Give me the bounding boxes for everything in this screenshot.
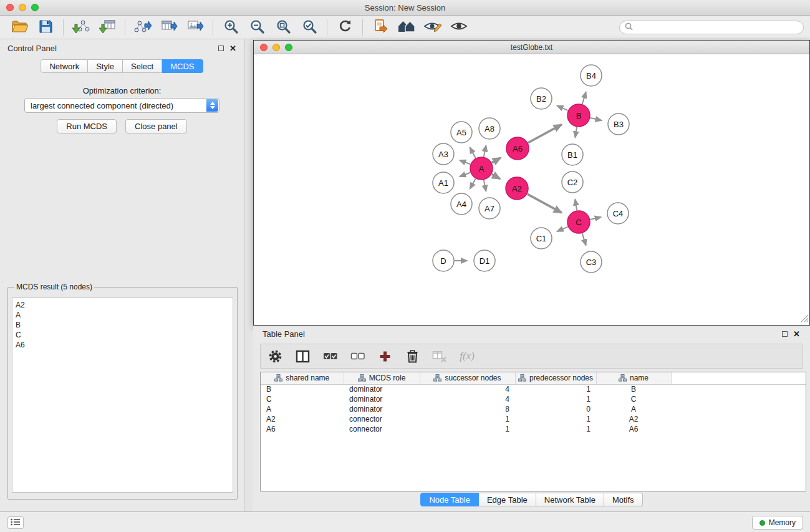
graph-node-B1[interactable]: B1 bbox=[562, 144, 583, 165]
graph-edge-A-A6[interactable] bbox=[492, 158, 501, 163]
export-table-button[interactable] bbox=[156, 18, 182, 37]
graph-node-C4[interactable]: C4 bbox=[607, 203, 629, 224]
table-tab-node-table[interactable]: Node Table bbox=[420, 493, 479, 506]
add-column-button[interactable] bbox=[377, 347, 393, 365]
graph-node-D[interactable]: D bbox=[433, 250, 454, 271]
graph-node-C3[interactable]: C3 bbox=[581, 251, 602, 273]
close-panel-button[interactable]: Close panel bbox=[125, 119, 187, 133]
table-close-icon[interactable]: ✕ bbox=[793, 331, 800, 337]
run-mcds-button[interactable]: Run MCDS bbox=[57, 119, 117, 133]
mcds-result-item[interactable]: A6 bbox=[16, 340, 229, 350]
select-all-button[interactable] bbox=[322, 347, 338, 365]
network-window-titlebar[interactable]: testGlobe.txt bbox=[254, 41, 809, 54]
zoom-selected-button[interactable] bbox=[296, 18, 322, 37]
home-button[interactable] bbox=[393, 18, 420, 37]
control-panel-tab-select[interactable]: Select bbox=[123, 59, 162, 73]
graph-edge-B-B2[interactable] bbox=[557, 106, 568, 111]
graph-node-B3[interactable]: B3 bbox=[608, 114, 629, 135]
table-row-B[interactable]: Bdominator41B bbox=[261, 384, 806, 394]
clipboard-document-button[interactable] bbox=[367, 18, 393, 37]
graph-node-A8[interactable]: A8 bbox=[479, 118, 500, 139]
graph-node-C2[interactable]: C2 bbox=[562, 172, 583, 193]
minimize-window-button[interactable] bbox=[19, 4, 26, 11]
graph-node-A[interactable]: A bbox=[470, 157, 493, 180]
control-panel-tab-network[interactable]: Network bbox=[41, 59, 88, 73]
column-chooser-button[interactable] bbox=[294, 347, 311, 365]
graph-edge-C-C4[interactable] bbox=[591, 217, 601, 220]
float-panel-icon[interactable] bbox=[218, 46, 224, 51]
graph-edge-A-A7[interactable] bbox=[484, 180, 486, 191]
graph-node-A4[interactable]: A4 bbox=[451, 193, 472, 215]
save-button[interactable] bbox=[32, 18, 59, 37]
graph-edge-A-A8[interactable] bbox=[484, 145, 486, 157]
graph-node-A2[interactable]: A2 bbox=[506, 177, 528, 200]
graph-edge-A-A3[interactable] bbox=[460, 160, 470, 164]
graph-node-A1[interactable]: A1 bbox=[433, 172, 454, 193]
graph-edge-A-A4[interactable] bbox=[470, 179, 476, 189]
search-field[interactable] bbox=[619, 21, 804, 34]
graph-edge-C-C2[interactable] bbox=[575, 200, 577, 211]
close-window-button[interactable] bbox=[6, 4, 14, 11]
graph-node-A7[interactable]: A7 bbox=[479, 198, 500, 219]
table-row-A2[interactable]: A2connector11A2 bbox=[261, 414, 806, 424]
graph-node-D1[interactable]: D1 bbox=[474, 250, 495, 271]
zoom-out-button[interactable] bbox=[244, 18, 270, 37]
mcds-result-item[interactable]: C bbox=[16, 330, 229, 340]
maximize-window-button[interactable] bbox=[31, 4, 39, 11]
graph-node-A6[interactable]: A6 bbox=[506, 137, 529, 160]
panel-list-button[interactable] bbox=[7, 516, 24, 529]
graph-edge-C-C1[interactable] bbox=[557, 227, 568, 231]
export-network-button[interactable] bbox=[130, 18, 156, 37]
open-folder-button[interactable] bbox=[6, 18, 32, 37]
graph-edge-A6-B[interactable] bbox=[528, 125, 562, 143]
deselect-all-button[interactable] bbox=[349, 347, 365, 365]
table-row-A[interactable]: Adominator80A bbox=[261, 404, 806, 414]
network-graph[interactable]: B4B2BB3A5A8A6A3B1AA1C2A2A4A7C4CC1C3DD1 bbox=[254, 54, 809, 325]
column-header-shared-name[interactable]: shared name bbox=[261, 372, 344, 384]
mcds-result-list[interactable]: A2ABCA6 bbox=[12, 297, 233, 493]
mcds-result-item[interactable]: A2 bbox=[16, 300, 229, 310]
import-table-button[interactable] bbox=[94, 18, 120, 37]
control-panel-tab-mcds[interactable]: MCDS bbox=[162, 59, 203, 73]
zoom-in-button[interactable] bbox=[218, 18, 244, 37]
graph-edge-B-B4[interactable] bbox=[582, 92, 586, 104]
graph-edge-A-A5[interactable] bbox=[470, 148, 476, 158]
network-minimize-button[interactable] bbox=[272, 44, 280, 51]
table-tab-edge-table[interactable]: Edge Table bbox=[479, 493, 536, 506]
table-row-A6[interactable]: A6connector11A6 bbox=[261, 424, 806, 434]
settings-gear-button[interactable] bbox=[267, 347, 283, 365]
delete-table-button[interactable] bbox=[432, 347, 448, 365]
graph-node-C[interactable]: C bbox=[567, 211, 590, 233]
resize-grip-icon[interactable] bbox=[801, 314, 809, 324]
graph-node-A3[interactable]: A3 bbox=[433, 143, 454, 165]
graph-node-B[interactable]: B bbox=[567, 104, 590, 127]
mcds-result-item[interactable]: B bbox=[16, 320, 229, 330]
close-panel-icon[interactable]: ✕ bbox=[229, 46, 236, 51]
graph-node-A5[interactable]: A5 bbox=[451, 122, 472, 143]
zoom-fit-button[interactable] bbox=[270, 18, 296, 37]
export-image-button[interactable] bbox=[182, 18, 208, 37]
graph-edge-B-B3[interactable] bbox=[591, 118, 602, 120]
graph-node-C1[interactable]: C1 bbox=[531, 228, 552, 249]
memory-button[interactable]: Memory bbox=[752, 516, 803, 530]
function-builder-button[interactable]: f(x) bbox=[459, 347, 475, 365]
column-header-MCDS-role[interactable]: MCDS role bbox=[344, 372, 420, 384]
node-table[interactable]: shared nameMCDS rolesuccessor nodesprede… bbox=[260, 372, 806, 491]
delete-row-button[interactable] bbox=[404, 347, 420, 365]
table-row-C[interactable]: Cdominator41C bbox=[261, 394, 806, 404]
control-panel-tab-style[interactable]: Style bbox=[88, 59, 123, 73]
eye-button[interactable] bbox=[446, 18, 472, 37]
network-close-button[interactable] bbox=[260, 44, 268, 51]
graph-edge-A2-C[interactable] bbox=[528, 194, 562, 213]
graph-node-B2[interactable]: B2 bbox=[531, 88, 552, 109]
search-input[interactable] bbox=[636, 23, 798, 32]
column-header-name[interactable]: name bbox=[596, 372, 671, 384]
graph-node-B4[interactable]: B4 bbox=[581, 65, 602, 86]
table-tab-network-table[interactable]: Network Table bbox=[536, 493, 604, 506]
import-network-button[interactable] bbox=[68, 18, 94, 37]
eye-pencil-button[interactable] bbox=[420, 18, 446, 37]
graph-edge-A-A2[interactable] bbox=[492, 174, 500, 179]
graph-edge-A-A1[interactable] bbox=[460, 173, 470, 177]
table-tab-motifs[interactable]: Motifs bbox=[604, 493, 643, 506]
column-header-successor-nodes[interactable]: successor nodes bbox=[420, 372, 515, 384]
